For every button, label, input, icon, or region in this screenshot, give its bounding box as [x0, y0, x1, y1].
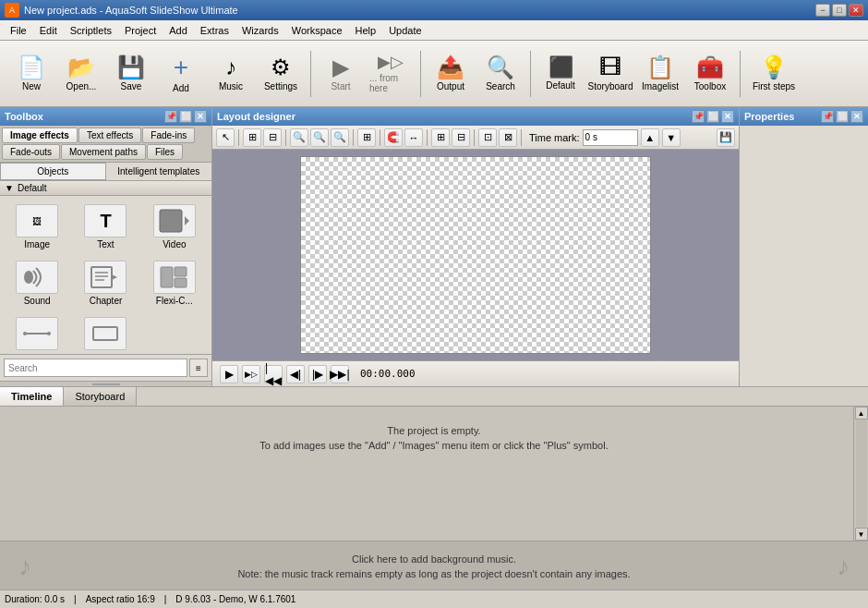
zoom-out[interactable]: 🔍 — [331, 128, 349, 147]
menu-add[interactable]: Add — [163, 23, 193, 38]
object-rect[interactable] — [72, 312, 139, 354]
menu-file[interactable]: File — [5, 23, 32, 38]
properties-close-button[interactable]: ✕ — [850, 110, 863, 123]
zoom-fit[interactable]: 🔍 — [290, 128, 308, 147]
object-sound[interactable]: Sound — [4, 256, 70, 310]
tab-storyboard[interactable]: Storyboard — [64, 387, 137, 406]
zoom-in[interactable]: 🔍 — [310, 128, 329, 147]
object-text[interactable]: T Text — [72, 200, 139, 254]
time-mark-input[interactable] — [583, 129, 638, 146]
time-display: 00:00.000 — [360, 368, 416, 380]
toolbar-firststeps-label: First steps — [753, 81, 795, 91]
save-icon: 💾 — [117, 56, 145, 79]
tab-fade-outs[interactable]: Fade-outs — [2, 144, 60, 160]
magnet-tool[interactable]: 🧲 — [384, 128, 403, 147]
tab-movement-paths[interactable]: Movement paths — [61, 144, 146, 160]
align-v[interactable]: ⊟ — [452, 128, 470, 147]
objects-grid: 🖼 Image T Text Vi — [0, 196, 211, 354]
scrollbar-track[interactable] — [856, 420, 867, 528]
toolbar-fromhere-button[interactable]: ▶▷ ... from here — [367, 45, 415, 103]
toolbar-open-button[interactable]: 📂 Open... — [57, 45, 105, 103]
expand-tool[interactable]: ⊡ — [478, 128, 497, 147]
properties-pin-button[interactable]: 📌 — [821, 110, 834, 123]
tab-text-effects[interactable]: Text effects — [78, 128, 141, 143]
toolbar-add-button[interactable]: + Add — [157, 45, 205, 103]
time-mark-down[interactable]: ▼ — [662, 128, 681, 147]
toolbar-start-button[interactable]: ▶ Start — [317, 45, 365, 103]
toolbar-new-button[interactable]: 📄 New — [7, 45, 55, 103]
grid-tool[interactable]: ⊟ — [263, 128, 282, 147]
canvas-area[interactable] — [300, 156, 651, 354]
toolbox-pin-button[interactable]: 📌 — [164, 110, 177, 123]
skip-start-button[interactable]: |◀◀ — [264, 365, 283, 383]
designer-float-button[interactable]: ⬜ — [706, 110, 719, 123]
resize-indicator — [92, 383, 120, 385]
object-chapter[interactable]: Chapter — [72, 256, 139, 310]
save-layout[interactable]: 💾 — [717, 128, 735, 147]
toolbar-save-button[interactable]: 💾 Save — [107, 45, 155, 103]
timeline-scrollbar[interactable]: ▲ ▼ — [853, 407, 868, 541]
designer-close-button[interactable]: ✕ — [721, 110, 734, 123]
toolbar-storyboard-button[interactable]: 🎞 Storyboard — [586, 45, 634, 103]
minimize-button[interactable]: − — [815, 4, 830, 17]
next-frame-button[interactable]: |▶ — [308, 365, 327, 383]
toolbar-music-button[interactable]: ♪ Music — [207, 45, 255, 103]
group-tool[interactable]: ⊞ — [243, 128, 261, 147]
close-button[interactable]: ✕ — [849, 4, 863, 17]
tab-timeline[interactable]: Timeline — [0, 387, 64, 406]
toolbar-default-button[interactable]: ⬛ Default — [536, 45, 585, 103]
dt-sep-3 — [353, 129, 354, 146]
object-line[interactable] — [4, 312, 70, 354]
toolbar-output-label: Output — [437, 81, 464, 91]
grid-view[interactable]: ⊞ — [357, 128, 376, 147]
tab-intelligent-templates[interactable]: Intelligent templates — [106, 163, 212, 180]
scrollbar-up[interactable]: ▲ — [855, 407, 868, 420]
collapse-tool[interactable]: ⊠ — [499, 128, 517, 147]
search-button[interactable]: ≡ — [189, 359, 208, 377]
menu-scriptlets[interactable]: Scriptlets — [65, 23, 117, 38]
play-slow-button[interactable]: ▶▷ — [242, 365, 260, 383]
music-bar[interactable]: ♪ Click here to add background music. No… — [0, 541, 868, 591]
menu-edit[interactable]: Edit — [34, 23, 63, 38]
toolbar-toolbox-button[interactable]: 🧰 Toolbox — [686, 45, 734, 103]
menu-extras[interactable]: Extras — [195, 23, 235, 38]
tab-objects[interactable]: Objects — [0, 163, 106, 180]
scrollbar-down[interactable]: ▼ — [855, 528, 868, 541]
search-input[interactable] — [4, 359, 187, 377]
designer-pin-button[interactable]: 📌 — [692, 110, 705, 123]
object-video[interactable]: Video — [141, 200, 208, 254]
transform-tool[interactable]: ↔ — [404, 128, 423, 147]
tab-fade-ins[interactable]: Fade-ins — [142, 128, 195, 143]
music-msg1: Click here to add background music. — [352, 553, 516, 565]
objects-sub-tabs: Objects Intelligent templates — [0, 163, 211, 181]
prev-frame-button[interactable]: ◀| — [286, 365, 305, 383]
menu-help[interactable]: Help — [350, 23, 382, 38]
toolbar-search-button[interactable]: 🔍 Search — [476, 45, 524, 103]
toolbox-close-button[interactable]: ✕ — [194, 110, 207, 123]
object-image[interactable]: 🖼 Image — [4, 200, 70, 254]
properties-float-button[interactable]: ⬜ — [836, 110, 849, 123]
align-h[interactable]: ⊞ — [431, 128, 450, 147]
maximize-button[interactable]: □ — [832, 4, 847, 17]
menu-wizards[interactable]: Wizards — [236, 23, 284, 38]
menu-project[interactable]: Project — [119, 23, 162, 38]
menu-workspace[interactable]: Workspace — [286, 23, 348, 38]
toolbox-float-button[interactable]: ⬜ — [179, 110, 192, 123]
svg-marker-7 — [112, 274, 117, 280]
toolbox-header: Toolbox 📌 ⬜ ✕ — [0, 107, 211, 126]
designer-header: Layout designer 📌 ⬜ ✕ — [212, 107, 739, 126]
time-mark-up[interactable]: ▲ — [641, 128, 659, 147]
toolbar-firststeps-button[interactable]: 💡 First steps — [746, 45, 802, 103]
toolbar-output-button[interactable]: 📤 Output — [427, 45, 475, 103]
status-version: D 9.6.03 - Demo, W 6.1.7601 — [175, 594, 295, 604]
object-flexic[interactable]: Flexi-C... — [141, 256, 208, 310]
toolbar-imagelist-button[interactable]: 📋 Imagelist — [636, 45, 684, 103]
collapse-icon[interactable]: ▼ — [5, 183, 14, 193]
tab-image-effects[interactable]: Image effects — [2, 128, 78, 143]
tab-files[interactable]: Files — [147, 144, 183, 160]
menu-update[interactable]: Update — [383, 23, 427, 38]
play-button[interactable]: ▶ — [220, 365, 238, 383]
select-tool[interactable]: ↖ — [216, 128, 235, 147]
toolbar-settings-button[interactable]: ⚙ Settings — [257, 45, 305, 103]
skip-end-button[interactable]: ▶▶| — [331, 365, 349, 383]
